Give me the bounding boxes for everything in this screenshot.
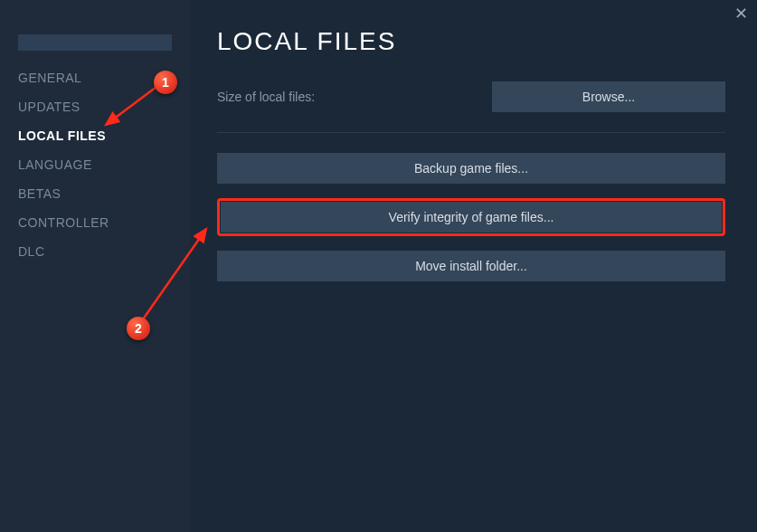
annotation-arrow-2: [136, 222, 217, 326]
svg-line-0: [106, 87, 156, 125]
browse-button[interactable]: Browse...: [492, 81, 725, 112]
properties-window: GENERAL UPDATES LOCAL FILES LANGUAGE BET…: [0, 0, 757, 532]
divider: [217, 132, 725, 133]
backup-game-files-button[interactable]: Backup game files...: [217, 153, 725, 184]
sidebar-item-betas[interactable]: BETAS: [0, 179, 190, 208]
main-panel: ✕ LOCAL FILES Size of local files: Brows…: [190, 0, 757, 532]
annotation-badge-1: 1: [154, 71, 177, 94]
backup-row: Backup game files...: [217, 153, 725, 184]
close-icon[interactable]: ✕: [734, 5, 748, 22]
verify-integrity-button[interactable]: Verify integrity of game files...: [221, 202, 722, 233]
annotation-badge-2: 2: [127, 317, 150, 340]
svg-line-1: [143, 229, 206, 319]
move-install-folder-button[interactable]: Move install folder...: [217, 251, 725, 281]
page-title: LOCAL FILES: [217, 27, 725, 56]
verify-highlight: Verify integrity of game files...: [217, 198, 725, 236]
sidebar-top-highlight: [18, 34, 172, 51]
size-of-local-files-label: Size of local files:: [217, 90, 315, 104]
move-row: Move install folder...: [217, 251, 725, 281]
sidebar-item-language[interactable]: LANGUAGE: [0, 150, 190, 179]
size-row: Size of local files: Browse...: [217, 81, 725, 112]
